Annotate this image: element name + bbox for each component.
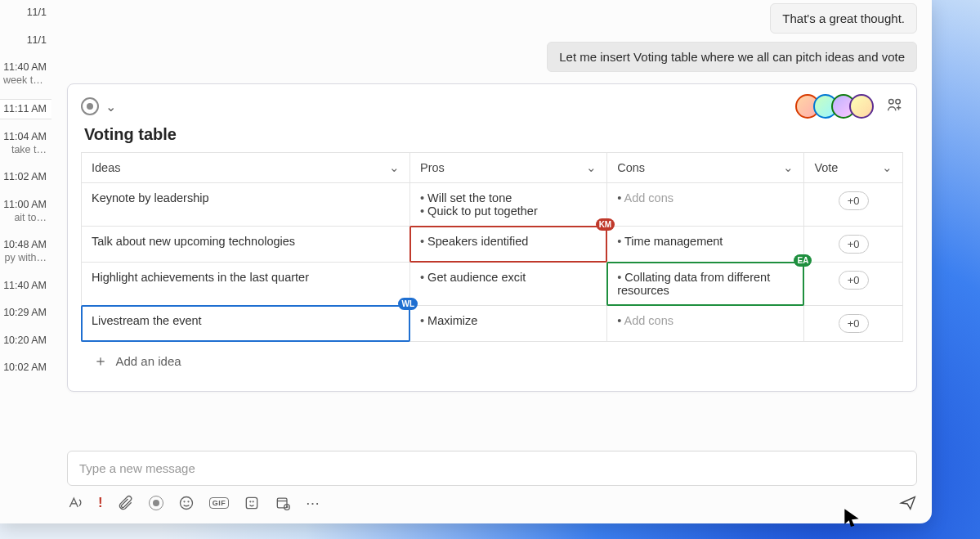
chat-list-preview: py with…: [3, 252, 47, 265]
chevron-down-icon[interactable]: ⌄: [389, 161, 400, 174]
schedule-icon[interactable]: [275, 495, 291, 511]
chat-list-time: 11/1: [27, 34, 47, 46]
pro-item: Maximize: [420, 314, 597, 327]
chat-list-item[interactable]: 10:29 AM: [0, 303, 51, 323]
cell-cons[interactable]: Add cons: [607, 306, 804, 342]
chat-list-time: 10:29 AM: [3, 307, 47, 318]
loop-header: ⌄: [81, 94, 903, 119]
loop-icon[interactable]: [81, 97, 99, 115]
table-row: ＋ Add an idea: [82, 342, 903, 377]
add-idea-label: Add an idea: [116, 354, 181, 368]
cell-pros[interactable]: Maximize: [410, 306, 607, 342]
attach-icon[interactable]: [118, 495, 134, 511]
share-icon[interactable]: [885, 96, 903, 118]
con-item: Collating data from different resources: [617, 271, 794, 297]
column-header-cons[interactable]: Cons⌄: [607, 153, 804, 183]
sticker-icon[interactable]: [244, 495, 260, 511]
con-item: Time management: [617, 235, 794, 248]
vote-button[interactable]: +0: [839, 271, 869, 290]
vote-button[interactable]: +0: [839, 191, 869, 210]
vote-button[interactable]: +0: [839, 314, 869, 333]
cell-vote: +0: [804, 227, 903, 263]
cell-cons[interactable]: Add cons: [607, 183, 804, 227]
column-header-pros[interactable]: Pros⌄: [410, 153, 607, 183]
chevron-down-icon[interactable]: ⌄: [586, 161, 597, 174]
chat-list-item[interactable]: 10:20 AM: [0, 331, 51, 351]
send-button[interactable]: [899, 494, 917, 512]
more-icon[interactable]: ⋯: [306, 495, 320, 512]
message-bubble[interactable]: That's a great thought.: [770, 3, 917, 34]
emoji-icon[interactable]: [178, 495, 195, 511]
chat-list-time: 10:48 AM: [3, 239, 47, 250]
con-placeholder: Add cons: [617, 191, 794, 204]
add-idea-cell: ＋ Add an idea: [82, 342, 903, 377]
vote-button[interactable]: +0: [839, 235, 869, 254]
plus-icon: ＋: [93, 353, 108, 368]
chat-list-sidebar: 11/1 11/1 11:40 AM week to… 11:11 AM 11:…: [0, 0, 52, 523]
cell-idea[interactable]: Keynote by leadership: [82, 183, 410, 227]
cell-idea[interactable]: Highlight achievements in the last quart…: [82, 263, 410, 306]
svg-point-4: [188, 501, 189, 502]
format-icon[interactable]: [67, 495, 83, 511]
chat-list-item[interactable]: 10:02 AM: [0, 358, 51, 378]
cell-text: Livestream the event: [92, 314, 202, 327]
presence-tag: WL: [398, 298, 418, 310]
chevron-down-icon[interactable]: ⌄: [882, 161, 893, 174]
loop-title[interactable]: Voting table: [84, 125, 903, 144]
chat-list-item[interactable]: 11:40 AM week to…: [0, 58, 51, 90]
chat-list-item[interactable]: 10:48 AM py with…: [0, 236, 51, 267]
chat-list-item[interactable]: 11:00 AM ait to…: [0, 195, 51, 227]
svg-point-6: [250, 501, 251, 502]
svg-rect-5: [247, 497, 257, 508]
con-placeholder: Add cons: [617, 314, 794, 327]
column-header-ideas[interactable]: Ideas⌄: [82, 153, 410, 183]
chat-list-item[interactable]: 11:04 AM take t…: [0, 128, 51, 159]
chat-list-item[interactable]: 11:11 AM: [0, 99, 51, 120]
presence-tag: KM: [596, 218, 615, 231]
chat-list-item[interactable]: 11/1: [0, 3, 51, 23]
cell-cons[interactable]: Time management: [607, 227, 804, 263]
chat-list-preview: take t…: [3, 144, 47, 157]
priority-icon[interactable]: !: [98, 495, 103, 511]
chat-list-item[interactable]: 11:40 AM: [0, 276, 51, 296]
presence-tag: EA: [794, 254, 812, 267]
chevron-down-icon[interactable]: ⌄: [105, 99, 116, 115]
chat-list-time: 11:02 AM: [3, 171, 47, 182]
message-list: That's a great thought. Let me insert Vo…: [67, 0, 917, 80]
message-bubble[interactable]: Let me insert Voting table where we all …: [547, 42, 917, 72]
cell-vote: +0: [804, 183, 903, 227]
chat-list-item[interactable]: 11/1: [0, 31, 51, 51]
cell-idea[interactable]: Talk about new upcoming technologies: [82, 227, 410, 263]
column-header-vote[interactable]: Vote⌄: [804, 153, 903, 183]
pro-item: Will set the tone: [420, 191, 597, 204]
svg-point-1: [896, 99, 901, 104]
gif-icon[interactable]: GIF: [209, 497, 230, 509]
svg-point-0: [889, 99, 894, 104]
chat-main: That's a great thought. Let me insert Vo…: [52, 0, 932, 523]
add-idea-button[interactable]: ＋ Add an idea: [92, 353, 893, 368]
compose-area: ! GIF ⋯: [67, 438, 917, 512]
table-row: WL Livestream the event Maximize Add con…: [82, 306, 903, 342]
column-label: Pros: [420, 161, 445, 174]
cell-vote: +0: [804, 263, 903, 306]
chat-list-item[interactable]: 11:02 AM: [0, 168, 51, 187]
column-label: Vote: [814, 161, 838, 174]
message-input[interactable]: [67, 451, 917, 486]
cell-pros[interactable]: KM Speakers identified: [410, 227, 607, 263]
loop-insert-icon[interactable]: [149, 496, 163, 510]
cell-pros[interactable]: Will set the tone Quick to put together: [410, 183, 607, 227]
cell-cons[interactable]: EA Collating data from different resourc…: [607, 263, 804, 306]
cell-pros[interactable]: Get audience excit: [410, 263, 607, 306]
cell-text: Talk about new upcoming technologies: [92, 235, 295, 248]
svg-point-2: [180, 497, 192, 510]
avatar[interactable]: [849, 94, 874, 119]
table-row: Talk about new upcoming technologies KM …: [82, 227, 903, 263]
chat-list-time: 11:40 AM: [3, 280, 47, 291]
cell-vote: +0: [804, 306, 903, 342]
chat-list-time: 11:00 AM: [3, 199, 47, 210]
cell-idea[interactable]: WL Livestream the event: [82, 306, 410, 342]
column-label: Cons: [617, 161, 645, 174]
table-row: Highlight achievements in the last quart…: [82, 263, 903, 306]
svg-point-7: [253, 501, 253, 502]
chevron-down-icon[interactable]: ⌄: [783, 161, 794, 174]
